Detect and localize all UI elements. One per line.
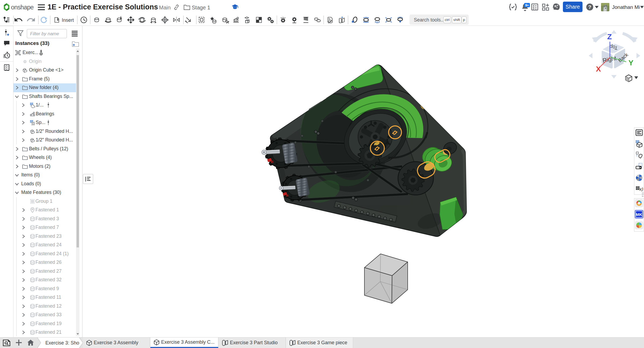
svg-text:Insert: Insert xyxy=(62,17,74,23)
svg-text:x): x) xyxy=(639,187,643,192)
svg-text:?: ? xyxy=(588,4,591,10)
svg-text:9+: 9+ xyxy=(525,3,529,7)
svg-text:Y: Y xyxy=(628,59,634,67)
svg-text:X: X xyxy=(596,65,601,73)
svg-text:Exercise 3: Sho: Exercise 3: Sho xyxy=(45,340,79,346)
svg-text:MK: MK xyxy=(636,212,642,217)
svg-text:Z: Z xyxy=(607,33,612,41)
